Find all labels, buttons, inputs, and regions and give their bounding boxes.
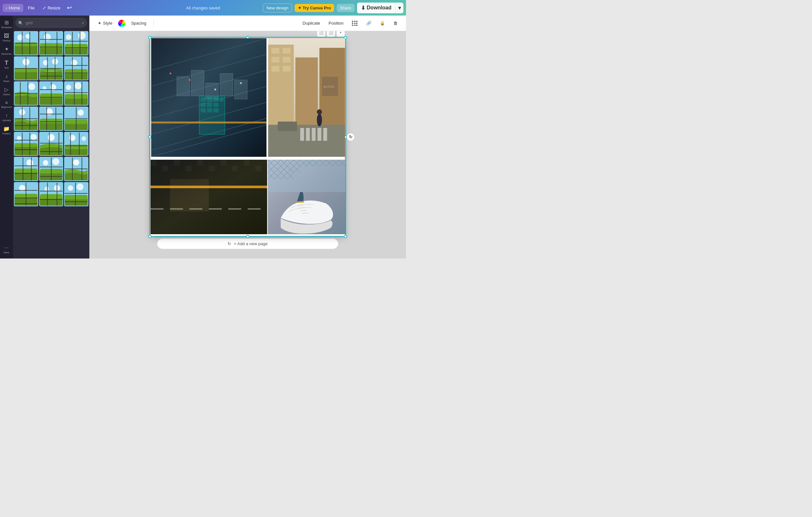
try-canva-button[interactable]: ✦ Try Canva Pro	[295, 4, 334, 12]
svg-rect-63	[65, 94, 88, 99]
template-item[interactable]	[39, 56, 63, 81]
template-item[interactable]	[14, 182, 38, 206]
svg-rect-146	[40, 194, 63, 198]
svg-rect-223	[150, 208, 164, 210]
sidebar-item-elements[interactable]: ✦ Elements	[1, 45, 12, 57]
sidebar-item-background[interactable]: ≡ Bkground	[1, 99, 12, 110]
svg-rect-183	[201, 103, 206, 107]
svg-point-65	[75, 83, 82, 89]
template-item[interactable]	[14, 81, 38, 106]
sidebar-item-more[interactable]: ··· More	[1, 243, 12, 256]
undo-button[interactable]: ↩	[65, 3, 74, 12]
duplicate-button[interactable]: Duplicate	[299, 19, 323, 27]
canvas-ctrl-add[interactable]: +	[337, 31, 345, 37]
resize-button[interactable]: ⤢ Resize	[39, 4, 64, 12]
sidebar-item-uploads[interactable]: ↑ Uploads	[1, 111, 12, 124]
svg-rect-198	[271, 66, 280, 72]
color-wheel[interactable]	[118, 20, 125, 27]
canvas-frame: ↻	[150, 38, 345, 236]
position-label: Position	[329, 21, 344, 26]
photos-icon: 🖼	[4, 33, 9, 38]
svg-rect-182	[220, 98, 223, 101]
position-button[interactable]: Position	[325, 19, 347, 27]
photo-cell-road[interactable]	[150, 158, 267, 237]
sidebar-item-music[interactable]: ♪ Music	[1, 72, 12, 85]
rotate-handle[interactable]: ↻	[347, 133, 354, 141]
svg-point-87	[78, 109, 84, 116]
svg-rect-194	[271, 48, 280, 53]
svg-rect-212	[150, 160, 156, 166]
template-item[interactable]	[14, 107, 38, 131]
search-input[interactable]	[16, 18, 87, 28]
more-icon: ···	[4, 245, 8, 250]
template-item[interactable]	[14, 132, 38, 156]
link-button[interactable]: 🔗	[363, 19, 375, 27]
template-item[interactable]	[39, 182, 63, 206]
canvas-ctrl-copy[interactable]: ⬜	[327, 31, 335, 37]
share-button[interactable]: Share	[337, 4, 354, 12]
svg-rect-226	[209, 208, 222, 210]
template-item[interactable]	[64, 81, 88, 106]
template-item[interactable]	[64, 31, 88, 55]
sidebar-item-videos[interactable]: ▷ Videos	[1, 85, 12, 98]
svg-rect-155	[65, 195, 88, 199]
template-item[interactable]	[39, 81, 63, 106]
svg-text:BUTTON: BUTTON	[323, 85, 334, 88]
sidebar-item-photos[interactable]: 🖼 Photos	[1, 31, 12, 44]
add-page-icon: ↻	[228, 241, 231, 246]
svg-point-174	[169, 72, 171, 74]
file-button[interactable]: File	[25, 4, 38, 12]
new-design-label: New design	[266, 5, 288, 10]
lock-button[interactable]: 🔒	[377, 19, 388, 27]
template-item[interactable]	[39, 132, 63, 156]
template-item[interactable]	[14, 157, 38, 181]
dots-grid-button[interactable]	[349, 19, 361, 28]
template-item[interactable]	[64, 56, 88, 81]
download-button[interactable]: ⬇ Download ▾	[357, 3, 403, 13]
canvas-scroll[interactable]: ⬜ ⬜ +	[89, 31, 406, 258]
download-dropdown[interactable]: ▾	[396, 3, 403, 13]
photo-cell-street[interactable]: BUTTON	[268, 38, 345, 157]
template-item[interactable]	[64, 107, 88, 131]
svg-point-117	[27, 159, 33, 166]
spacing-button[interactable]: Spacing	[128, 19, 150, 27]
svg-rect-221	[256, 166, 261, 171]
template-item[interactable]	[14, 31, 38, 55]
template-item[interactable]	[39, 157, 63, 181]
folders-label: Folders	[2, 132, 10, 135]
template-item[interactable]	[64, 182, 88, 206]
download-main[interactable]: ⬇ Download	[357, 3, 396, 13]
photo-cell-shoe[interactable]	[268, 158, 345, 237]
svg-rect-214	[174, 160, 180, 166]
svg-rect-187	[207, 108, 212, 112]
photo-cell-aerial[interactable]	[150, 38, 267, 157]
svg-rect-91	[14, 146, 37, 155]
svg-point-201	[317, 113, 322, 126]
template-item[interactable]	[39, 31, 63, 55]
sidebar-item-templates[interactable]: ⊞ Templates	[1, 18, 12, 31]
template-item[interactable]	[64, 132, 88, 156]
style-button[interactable]: ✦ Style	[94, 19, 116, 27]
svg-rect-92	[14, 143, 37, 147]
svg-rect-179	[201, 98, 206, 101]
add-page-button[interactable]: ↻ + Add a new page	[157, 238, 338, 249]
templates-label: Templates	[1, 26, 12, 29]
svg-point-132	[73, 159, 79, 166]
search-bar: 🔍 ×	[16, 18, 87, 28]
canvas-area: ✦ Style Spacing Duplicate Position	[89, 16, 406, 258]
sidebar-item-text[interactable]: T Text	[1, 58, 12, 71]
sidebar-item-folders[interactable]: 📁 Folders	[1, 125, 12, 137]
canvas-controls: ⬜ ⬜ +	[317, 31, 345, 37]
templates-icon: ⊞	[4, 20, 9, 25]
delete-button[interactable]: 🗑	[390, 19, 401, 27]
template-item[interactable]	[64, 157, 88, 181]
chevron-left-icon: ‹	[6, 5, 7, 10]
template-item[interactable]	[14, 56, 38, 81]
close-icon[interactable]: ×	[82, 20, 84, 26]
new-design-button[interactable]: New design	[263, 4, 292, 12]
template-item[interactable]	[39, 107, 63, 131]
canvas-ctrl-frame[interactable]: ⬜	[317, 31, 325, 37]
svg-rect-218	[221, 160, 226, 166]
music-label: Music	[3, 80, 10, 83]
home-button[interactable]: ‹ Home	[3, 4, 23, 12]
